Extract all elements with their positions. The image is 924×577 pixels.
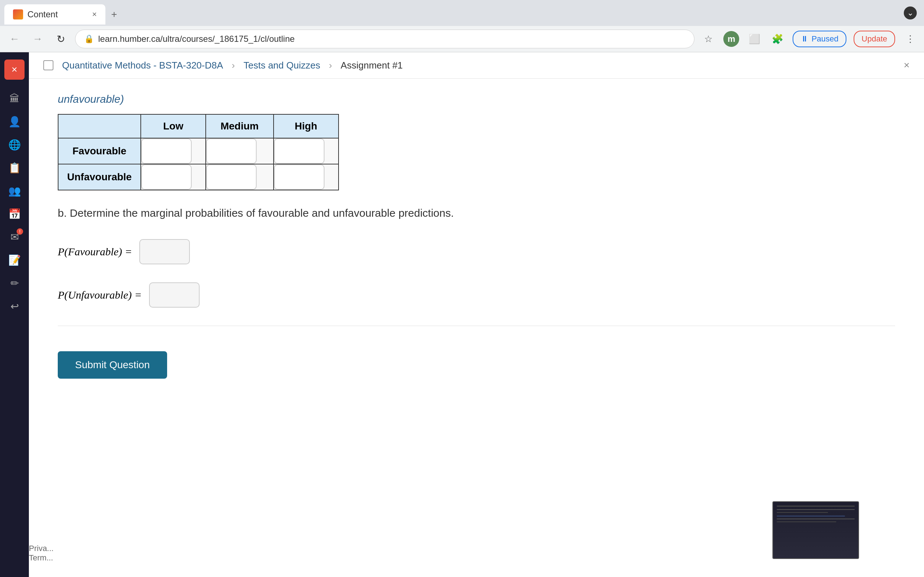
browser-more-button[interactable]: ⌄ [904, 6, 917, 19]
profile-m-icon[interactable]: m [723, 31, 739, 47]
bookmark-icon[interactable]: ☆ [700, 31, 716, 47]
sidebar: × 🏛 👤 🌐 📋 👥 📅 ✉ ! 📝 ✏ ↩ [0, 52, 29, 577]
sidebar-item-globe[interactable]: 🌐 [4, 134, 24, 155]
table-header-high: High [274, 114, 339, 138]
messages-badge: ! [16, 228, 23, 235]
tab-close-button[interactable]: × [92, 10, 97, 19]
table-cell-fav-medium [206, 138, 274, 164]
close-content-button[interactable]: × [904, 60, 909, 71]
breadcrumb-section[interactable]: Tests and Quizzes [244, 60, 320, 71]
extensions-icon[interactable]: ⬜ [746, 31, 762, 47]
table-row-label-unfavourable: Unfavourable [58, 164, 141, 190]
divider [58, 326, 895, 326]
thumbnail-preview [772, 501, 859, 559]
sidebar-item-back[interactable]: ↩ [4, 296, 24, 316]
sidebar-item-edit[interactable]: ✏ [4, 273, 24, 293]
terms-link[interactable]: Term... [29, 553, 53, 562]
table-cell-unfav-medium [206, 164, 274, 190]
sidebar-item-groups[interactable]: 👥 [4, 181, 24, 201]
puzzle-icon[interactable]: 🧩 [769, 31, 785, 47]
update-button[interactable]: Update [854, 31, 895, 47]
breadcrumb: Quantitative Methods - BSTA-320-D8A › Te… [29, 52, 924, 79]
sidebar-item-messages[interactable]: ✉ ! [4, 227, 24, 247]
privacy-bar: Priva... Term... [29, 544, 53, 562]
sidebar-item-notes[interactable]: 📝 [4, 250, 24, 270]
table-cell-unfav-low [141, 164, 206, 190]
table-header-medium: Medium [206, 114, 274, 138]
lock-icon: 🔒 [84, 34, 94, 44]
input-unfav-medium[interactable] [206, 164, 257, 190]
table-cell-unfav-high [274, 164, 339, 190]
question-b-text: b. Determine the marginal probabilities … [58, 205, 895, 221]
table-cell-fav-high [274, 138, 339, 164]
table-row-favourable: Favourable [58, 138, 339, 164]
update-label: Update [861, 34, 887, 43]
browser-tab[interactable]: Content × [4, 4, 105, 24]
browser-menu-icon[interactable]: ⋮ [902, 31, 918, 47]
input-fav-high[interactable] [274, 139, 325, 164]
input-unfav-high[interactable] [274, 164, 325, 190]
breadcrumb-checkbox[interactable] [43, 60, 53, 70]
thumbnail-content [773, 502, 858, 558]
table-row-unfavourable: Unfavourable [58, 164, 339, 190]
breadcrumb-course[interactable]: Quantitative Methods - BSTA-320-D8A [62, 60, 223, 71]
prob-unfavourable-label: P(Unfavourable) = [58, 289, 142, 301]
sidebar-item-institution[interactable]: 🏛 [4, 89, 24, 108]
address-bar[interactable]: 🔒 learn.humber.ca/ultra/courses/_186175_… [75, 29, 695, 48]
submit-label: Submit Question [75, 359, 150, 371]
table-cell-fav-low [141, 138, 206, 164]
input-prob-unfavourable[interactable] [149, 282, 200, 308]
tab-title: Content [27, 10, 58, 19]
sidebar-close-button[interactable]: × [4, 60, 24, 80]
paused-label: Paused [811, 34, 838, 44]
refresh-button[interactable]: ↻ [52, 30, 69, 48]
sidebar-item-calendar[interactable]: 📅 [4, 204, 24, 224]
forward-button[interactable]: → [29, 30, 46, 48]
paused-button[interactable]: ⏸ Paused [793, 31, 846, 47]
prob-unfavourable-row: P(Unfavourable) = [58, 282, 895, 308]
sidebar-item-profile[interactable]: 👤 [4, 111, 24, 132]
sidebar-item-list[interactable]: 📋 [4, 158, 24, 178]
intro-text-partial: unfavourable) [58, 93, 895, 105]
prob-favourable-label: P(Favourable) = [58, 246, 132, 258]
table-header-empty [58, 114, 141, 138]
input-fav-low[interactable] [141, 139, 192, 164]
submit-button[interactable]: Submit Question [58, 351, 167, 379]
privacy-link[interactable]: Priva... [29, 544, 53, 553]
prob-favourable-row: P(Favourable) = [58, 239, 895, 264]
breadcrumb-item: Assignment #1 [341, 60, 403, 71]
new-tab-button[interactable]: + [108, 6, 120, 23]
back-button[interactable]: ← [6, 30, 23, 48]
input-fav-medium[interactable] [206, 139, 257, 164]
input-unfav-low[interactable] [141, 164, 192, 190]
probability-table: Low Medium High Favourable [58, 114, 339, 190]
url-text: learn.humber.ca/ultra/courses/_186175_1/… [98, 34, 685, 44]
paused-icon: ⏸ [801, 34, 809, 44]
breadcrumb-sep-1: › [232, 60, 235, 71]
breadcrumb-sep-2: › [329, 60, 332, 71]
input-prob-favourable[interactable] [139, 239, 190, 264]
tab-favicon [13, 10, 23, 19]
table-row-label-favourable: Favourable [58, 138, 141, 164]
table-header-low: Low [141, 114, 206, 138]
